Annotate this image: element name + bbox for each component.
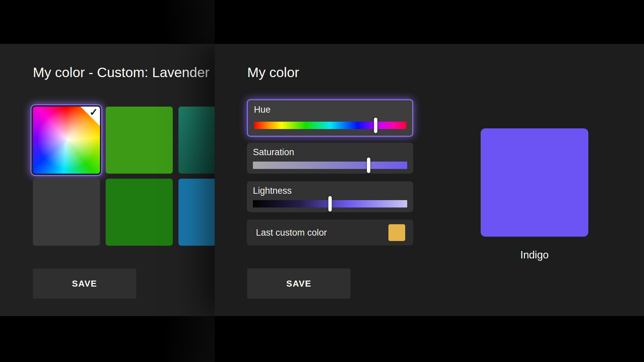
check-icon: ✓ [90, 107, 98, 117]
spectrum-gradient: ✓ [33, 107, 100, 174]
hue-slider[interactable] [254, 122, 406, 129]
right-panel-title: My color [247, 65, 299, 80]
hue-slider-thumb[interactable] [374, 118, 377, 133]
last-custom-color-row[interactable]: Last custom color [247, 220, 413, 245]
lightness-slider-thumb[interactable] [328, 196, 332, 212]
screen: My color - Custom: Lavender ✓ SAVE My co… [0, 0, 644, 362]
hue-slider-group[interactable]: Hue [247, 99, 413, 137]
preview-label: Indigo [481, 249, 588, 261]
swatch-dark-gray[interactable] [33, 179, 100, 246]
color-grid-panel: My color - Custom: Lavender ✓ SAVE [0, 44, 215, 316]
color-adjust-panel: My color Hue Saturation Lightness Last c… [215, 44, 644, 316]
adjust-save-button[interactable]: SAVE [247, 268, 351, 299]
last-custom-color-swatch[interactable] [388, 224, 405, 241]
lightness-label: Lightness [253, 186, 292, 196]
left-panel-title: My color - Custom: Lavender [33, 65, 209, 80]
last-custom-color-label: Last custom color [256, 227, 327, 238]
swatch-dark-green[interactable] [106, 179, 173, 246]
swatch-green[interactable] [106, 107, 173, 174]
saturation-slider-thumb[interactable] [367, 158, 370, 173]
lightness-slider[interactable] [253, 200, 407, 207]
swatch-teal[interactable] [178, 107, 215, 174]
grid-save-button[interactable]: SAVE [33, 268, 136, 299]
swatch-blue[interactable] [178, 179, 215, 246]
saturation-label: Saturation [253, 147, 294, 158]
saturation-slider-group[interactable]: Saturation [247, 143, 413, 174]
color-preview [481, 128, 588, 237]
swatch-custom-spectrum[interactable]: ✓ [31, 104, 102, 176]
hue-label: Hue [254, 105, 271, 115]
saturation-slider[interactable] [253, 162, 407, 169]
lightness-slider-group[interactable]: Lightness [247, 181, 413, 212]
